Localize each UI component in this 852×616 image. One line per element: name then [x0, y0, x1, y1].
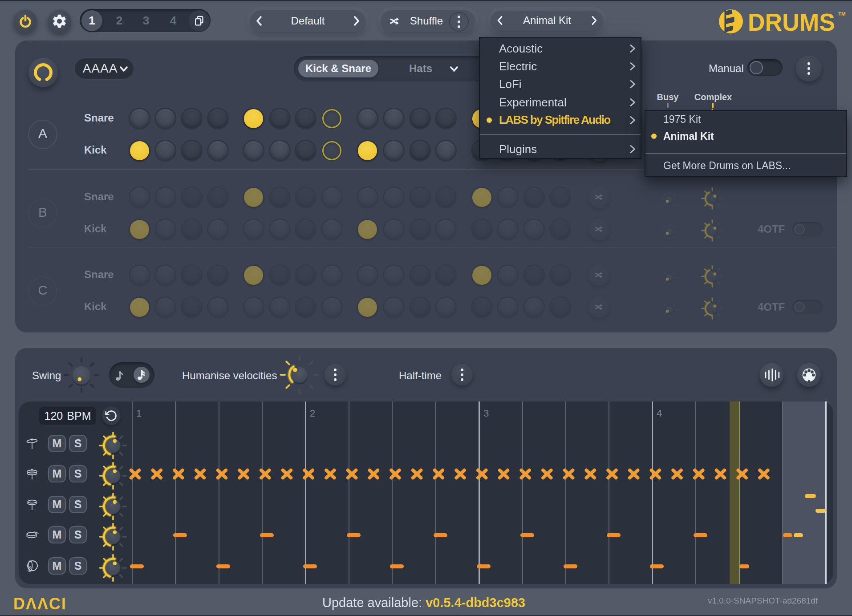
- svg-text:DRUMS: DRUMS: [748, 8, 835, 36]
- svg-text:TM: TM: [838, 11, 846, 16]
